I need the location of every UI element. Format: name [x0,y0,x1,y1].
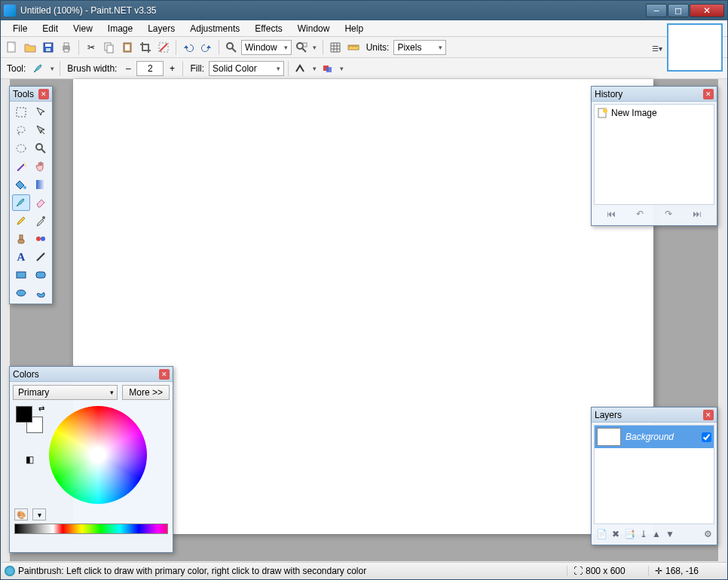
history-panel-close[interactable]: ✕ [703,89,714,99]
menu-adjustments[interactable]: Adjustments [182,21,247,36]
image-thumbnail[interactable] [667,23,723,72]
size-icon: ⛶ [574,566,583,576]
layer-visible-checkbox[interactable] [702,432,711,442]
palette-add-icon[interactable]: 🎨 [14,508,28,520]
antialias-button[interactable] [292,60,309,77]
history-first-icon[interactable]: ⏮ [607,209,616,219]
thumbnail-list-icon[interactable]: ☰▾ [652,44,662,53]
tool-zoom[interactable] [32,140,50,157]
palette-strip[interactable] [14,524,168,534]
tool-lasso[interactable] [12,122,30,139]
layer-up-icon[interactable]: ▲ [652,529,661,539]
menu-view[interactable]: View [66,21,100,36]
menu-help[interactable]: Help [337,21,371,36]
paste-button[interactable] [119,39,136,56]
undo-button[interactable] [180,39,197,56]
copy-button[interactable] [101,39,118,56]
tool-pencil[interactable] [12,212,30,229]
tool-dropdown-icon[interactable]: ▾ [48,65,56,72]
tool-clone[interactable] [12,230,30,247]
tool-rectangle[interactable] [12,267,30,283]
tool-color-picker[interactable] [32,212,50,229]
open-button[interactable] [22,39,38,56]
reset-colors-icon[interactable]: ◧ [26,454,34,465]
tool-line[interactable] [32,249,50,265]
colors-panel-close[interactable]: ✕ [159,369,170,380]
colors-panel[interactable]: Colors✕ Primary More >> ⇄ ◧ 🎨 ▾ [9,366,173,553]
layer-row[interactable]: Background [595,426,714,448]
palette-menu-icon[interactable]: ▾ [32,508,46,520]
tool-rounded-rect[interactable] [32,267,50,283]
layer-delete-icon[interactable]: ✖ [612,529,619,539]
tool-recolor[interactable] [32,230,50,247]
ruler-button[interactable] [345,39,362,56]
crop-button[interactable] [137,39,154,56]
history-redo-icon[interactable]: ↷ [665,209,672,219]
history-panel[interactable]: History✕ New Image ⏮ ↶ ↷ ⏭ [591,86,717,226]
layer-merge-icon[interactable]: ⤓ [640,529,647,539]
color-wheel[interactable] [49,406,147,504]
zoom-button[interactable] [223,39,240,56]
tools-panel[interactable]: Tools✕ A [9,86,53,304]
tools-panel-close[interactable]: ✕ [38,89,49,99]
layer-add-icon[interactable]: 📄 [596,529,607,539]
zoom-actual-button[interactable] [293,39,310,56]
minimize-button[interactable]: – [646,4,667,17]
layers-panel[interactable]: Layers✕ Background 📄 ✖ 📑 ⤓ ▲ ▼ ⚙ [591,407,717,545]
layers-panel-close[interactable]: ✕ [703,410,714,420]
more-button[interactable]: More >> [122,385,170,400]
tool-rect-select[interactable] [12,104,30,121]
print-button[interactable] [58,39,75,56]
current-tool-icon[interactable] [30,60,47,77]
units-combo[interactable]: Pixels [393,40,446,55]
history-last-icon[interactable]: ⏭ [693,209,702,219]
maximize-button[interactable]: ◻ [668,4,689,17]
brush-increase-button[interactable]: + [165,60,179,77]
wheel-picker[interactable] [96,453,100,457]
menu-window[interactable]: Window [290,21,338,36]
titlebar[interactable]: Untitled (100%) - Paint.NET v3.35 – ◻ ✕ [1,1,727,20]
fg-bg-swatch[interactable]: ⇄ [16,406,43,433]
menu-image[interactable]: Image [100,21,140,36]
layer-duplicate-icon[interactable]: 📑 [624,529,635,539]
tool-pan[interactable] [32,158,50,175]
tool-freeform[interactable] [32,285,50,301]
blend-dropdown-icon[interactable]: ▾ [338,65,345,72]
tool-move-pixels[interactable] [32,122,50,139]
zoom-combo[interactable]: Window [241,40,292,55]
history-item[interactable]: New Image [596,106,712,120]
grid-button[interactable] [327,39,344,56]
redo-button[interactable] [198,39,215,56]
color-mode-combo[interactable]: Primary [13,385,118,400]
deselect-button[interactable] [155,39,172,56]
aa-dropdown-icon[interactable]: ▾ [310,65,318,72]
brush-decrease-button[interactable]: – [121,60,135,77]
menu-layers[interactable]: Layers [140,21,182,36]
menu-file[interactable]: File [5,21,35,36]
new-button[interactable] [4,39,20,56]
tool-magic-wand[interactable] [12,158,30,175]
layer-props-icon[interactable]: ⚙ [704,529,712,539]
tool-paintbrush[interactable] [12,194,30,211]
menu-effects[interactable]: Effects [247,21,289,36]
svg-rect-29 [36,180,45,189]
layer-down-icon[interactable]: ▼ [665,529,674,539]
brush-width-input[interactable]: 2 [136,61,164,76]
close-button[interactable]: ✕ [690,4,724,17]
fill-combo[interactable]: Solid Color [209,61,284,76]
fg-color[interactable] [16,406,32,423]
menu-edit[interactable]: Edit [35,21,66,36]
tool-ellipse[interactable] [12,285,30,301]
tool-eraser[interactable] [32,194,50,211]
swap-colors-icon[interactable]: ⇄ [38,404,44,413]
zoom-dropdown-icon[interactable]: ▾ [311,44,319,51]
tool-move-selection[interactable] [32,104,50,121]
history-undo-icon[interactable]: ↶ [636,209,644,219]
tool-fill[interactable] [12,176,30,193]
cut-button[interactable]: ✂ [83,39,99,56]
save-button[interactable] [40,39,57,56]
tool-text[interactable]: A [12,249,30,265]
blend-button[interactable] [320,60,336,77]
tool-ellipse-select[interactable] [12,140,30,157]
tool-gradient[interactable] [32,176,50,193]
